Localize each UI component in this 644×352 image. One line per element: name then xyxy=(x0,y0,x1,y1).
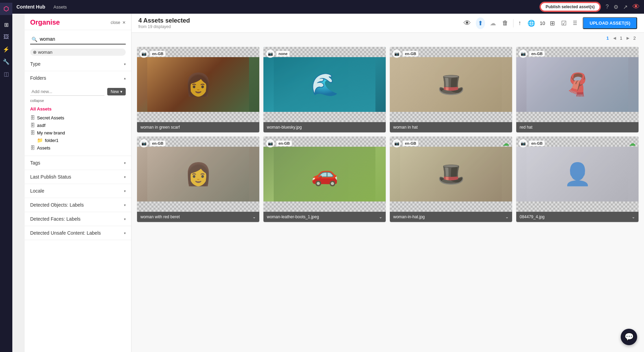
tags-arrow-icon: ▾ xyxy=(124,161,126,165)
tag-chip-woman[interactable]: ⊗ woman xyxy=(30,49,126,56)
asset-name-6: woman-leather-boots_1.jpeg xyxy=(267,214,379,219)
folder-item-secret-assets[interactable]: 🗄 Secret Assets xyxy=(30,114,126,121)
sort-up-icon[interactable]: ↑ xyxy=(517,18,523,28)
locale-badge-5: en-GB xyxy=(150,141,165,146)
cloud-published-badge-8: ☁ xyxy=(629,139,636,147)
detected-faces-arrow-icon: ▾ xyxy=(124,217,126,221)
toolbar-icons: 👁 ⬆ ☁ 🗑 ↑ 🌐 10 ⊞ ☑ ⠿ xyxy=(462,17,579,29)
asset-image-2: 📷 none 🌊 xyxy=(263,47,386,122)
eye-icon[interactable]: 👁 xyxy=(462,17,472,29)
nav-icon-home[interactable]: ⊞ xyxy=(1,19,12,30)
asset-card-5[interactable]: 📷 en-GB 👩 woman with red beret ⌄ xyxy=(137,136,259,222)
detected-unsafe-section-header[interactable]: Detected Unsafe Content: Labels ▾ xyxy=(25,226,131,240)
sidebar-close-button[interactable]: close ✕ xyxy=(111,20,126,25)
camera-icon-1: 📷 xyxy=(140,50,148,58)
upload-cloud-icon[interactable]: ⬆ xyxy=(476,17,485,29)
asset-image-4: 📷 en-GB 🧣 xyxy=(516,47,639,122)
asset-card-4[interactable]: 📷 en-GB 🧣 red hat xyxy=(516,47,639,132)
sidebar-section-detected-faces: Detected Faces: Labels ▾ xyxy=(25,212,131,226)
asset-image-8: 📷 en-GB ☁ 👤 xyxy=(516,136,639,212)
add-folder-input[interactable] xyxy=(30,88,104,96)
asset-badge-3: 📷 en-GB xyxy=(393,50,418,58)
locale-badge-8: en-GB xyxy=(529,141,545,146)
detected-objects-section-header[interactable]: Detected Objects: Labels ▾ xyxy=(25,198,131,212)
new-dropdown-arrow: ▾ xyxy=(120,89,122,94)
grid-icon[interactable]: ⊞ xyxy=(548,18,556,28)
asset-footer-3: woman in hat xyxy=(390,122,512,132)
asset-name-8: 084479_4.jpg xyxy=(520,214,632,219)
collapse-link[interactable]: collapse xyxy=(30,99,126,103)
selection-count: 4 Assets selected xyxy=(138,17,190,24)
new-folder-button[interactable]: New ▾ xyxy=(107,88,126,95)
sidebar-header: Organise close ✕ xyxy=(25,14,131,30)
detected-faces-section-header[interactable]: Detected Faces: Labels ▾ xyxy=(25,212,131,226)
folders-section-header[interactable]: Folders ▴ xyxy=(25,71,131,85)
folder-item-my-new-brand[interactable]: 🗄 My new brand xyxy=(30,129,126,136)
search-icon: 🔍 xyxy=(32,37,37,42)
asset-card-7[interactable]: 📷 en-GB ☁ 🎩 woman-in-hat.jpg ⌄ xyxy=(390,136,512,222)
asset-card-3[interactable]: 📷 en-GB 🎩 woman in hat xyxy=(390,47,512,132)
asset-card-2[interactable]: 📷 none 🌊 woman-bluesky.jpg xyxy=(263,47,386,132)
folder-lock-icon-4: 🗄 xyxy=(30,145,35,151)
camera-icon-7: 📷 xyxy=(393,139,401,147)
page-2[interactable]: 2 xyxy=(632,35,637,41)
close-chip-icon: ⊗ xyxy=(33,50,37,55)
settings-icon[interactable]: ⚙ xyxy=(614,4,618,10)
asset-badge-1: 📷 en-GB xyxy=(140,50,165,58)
page-1[interactable]: 1 xyxy=(605,35,610,41)
upload-assets-button[interactable]: UPLOAD ASSET(S) xyxy=(583,17,637,29)
expand-arrow-5[interactable]: ⌄ xyxy=(252,214,256,219)
folder-item-assets[interactable]: 🗄 Assets xyxy=(30,144,126,152)
main-wrapper: Organise close ✕ 🔍 ⊗ woman Type ▾ Folder… xyxy=(25,14,644,352)
check-icon[interactable]: ☑ xyxy=(560,18,568,28)
asset-footer-6: woman-leather-boots_1.jpeg ⌄ xyxy=(263,212,386,222)
detected-objects-arrow-icon: ▾ xyxy=(124,203,126,207)
camera-icon-3: 📷 xyxy=(393,50,401,58)
folder-item-all-assets[interactable]: All Assets xyxy=(30,105,126,113)
last-publish-section-header[interactable]: Last Publish Status ▾ xyxy=(25,170,131,184)
expand-arrow-8[interactable]: ⌄ xyxy=(632,214,635,219)
nav-icon-tools[interactable]: 🔧 xyxy=(1,56,12,67)
folder-item-folder1[interactable]: 📁 folder1 xyxy=(30,136,126,144)
expand-arrow-7[interactable]: ⌄ xyxy=(505,214,509,219)
nav-logo[interactable]: ⬡ xyxy=(0,3,12,15)
locale-badge-3: en-GB xyxy=(403,51,418,56)
export-icon[interactable]: ↗ xyxy=(623,4,628,10)
page-prev-icon[interactable]: ◀ xyxy=(612,35,617,41)
nav-icon-filter[interactable]: ⚡ xyxy=(1,44,12,55)
page-next-icon[interactable]: ▶ xyxy=(625,35,631,41)
folder-item-asdf[interactable]: 🗄 asdf xyxy=(30,121,126,129)
asset-image-6: 📷 en-GB 🚗 xyxy=(263,136,386,212)
dots-grid-icon[interactable]: ⠿ xyxy=(571,18,579,28)
sidebar-section-detected-objects: Detected Objects: Labels ▾ xyxy=(25,198,131,212)
asset-badge-4: 📷 en-GB xyxy=(519,50,545,58)
cloud-icon-7: ☁ xyxy=(503,140,509,147)
help-icon[interactable]: ? xyxy=(606,4,609,10)
assets-toolbar: 4 Assets selected from 19 displayed 👁 ⬆ … xyxy=(132,14,644,33)
sidebar-section-locale: Locale ▾ xyxy=(25,184,131,198)
asset-badge-7: 📷 en-GB xyxy=(393,139,418,147)
user-avatar[interactable]: 👁 xyxy=(632,2,640,11)
nav-icon-layers[interactable]: ◫ xyxy=(1,68,12,79)
asset-card-6[interactable]: 📷 en-GB 🚗 woman-leather-boots_1.jpeg ⌄ xyxy=(263,136,386,222)
asset-card-1[interactable]: 📷 en-GB 👩 woman in green scarf xyxy=(137,47,259,132)
globe-icon[interactable]: 🌐 xyxy=(526,18,536,28)
trash-icon[interactable]: 🗑 xyxy=(501,18,510,28)
cloud-download-icon[interactable]: ☁ xyxy=(488,18,497,28)
publish-selected-button[interactable]: Publish selected asset(s) xyxy=(540,2,600,11)
detected-unsafe-arrow-icon: ▾ xyxy=(124,231,126,235)
cloud-published-badge-7: ☁ xyxy=(503,139,509,147)
top-bar: Content Hub Assets Publish selected asse… xyxy=(12,0,644,14)
chat-widget[interactable]: 💬 xyxy=(621,329,637,345)
locale-section-header[interactable]: Locale ▾ xyxy=(25,184,131,198)
tags-section-header[interactable]: Tags ▾ xyxy=(25,156,131,170)
nav-icon-assets[interactable]: 🖼 xyxy=(1,31,12,42)
chat-icon: 💬 xyxy=(624,333,634,341)
search-input[interactable] xyxy=(30,34,126,44)
asset-card-8[interactable]: 📷 en-GB ☁ 👤 084479_4.jpg ⌄ xyxy=(516,136,639,222)
asset-footer-8: 084479_4.jpg ⌄ xyxy=(516,212,639,222)
asset-badge-8: 📷 en-GB xyxy=(519,139,545,147)
type-section-header[interactable]: Type ▾ xyxy=(25,57,131,71)
asset-badge-6: 📷 en-GB xyxy=(266,139,292,147)
expand-arrow-6[interactable]: ⌄ xyxy=(379,214,382,219)
